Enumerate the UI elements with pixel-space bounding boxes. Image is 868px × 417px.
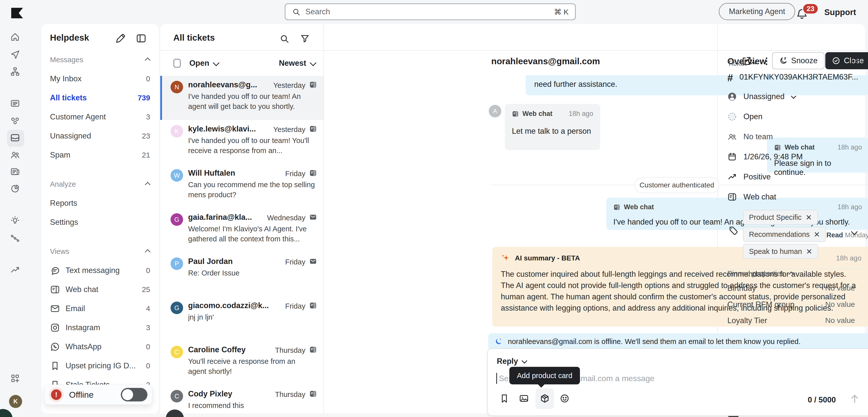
remove-tag-icon[interactable]: ✕ — [806, 247, 812, 256]
sidebar-item-settings[interactable]: Settings — [41, 213, 159, 232]
chat-bubble-inbound: Web chat 18h ago Let me talk to a person — [505, 104, 600, 150]
pinned-property-row: Current RFM group No value — [727, 300, 855, 309]
remove-tag-icon[interactable]: ✕ — [806, 213, 812, 222]
saved-reply-icon[interactable] — [499, 393, 509, 404]
webchat-icon — [727, 192, 737, 202]
team-icon — [727, 132, 737, 141]
tooltip: Add product card — [509, 367, 580, 384]
email-icon — [309, 213, 317, 221]
online-status-toggle[interactable] — [121, 388, 148, 402]
ticket-row[interactable]: G gaia.farina@kla... Wednesday Welcome! … — [160, 208, 323, 252]
hash-icon: # — [727, 72, 733, 82]
sidebar-section-header[interactable]: Views — [41, 242, 159, 261]
image-icon[interactable] — [519, 393, 529, 404]
edit-icon[interactable] — [115, 33, 126, 44]
pinned-properties-header[interactable]: Pinned properties — [727, 270, 794, 278]
rail-bulb-icon[interactable] — [10, 216, 21, 227]
klaviyo-logo-icon[interactable] — [10, 6, 24, 20]
close-ticket-button[interactable]: Close — [825, 52, 868, 69]
account-avatar[interactable]: K — [9, 395, 22, 408]
bookmark-icon — [50, 361, 60, 371]
tag-chip[interactable]: Speak to human✕ — [743, 244, 818, 259]
offline-notice-banner: z norahleevans@gmail.com is offline. We'… — [488, 333, 868, 350]
remove-tag-icon[interactable]: ✕ — [814, 230, 820, 239]
sidebar-item-whatsapp[interactable]: WhatsApp0 — [41, 337, 159, 356]
ticket-row[interactable]: K kyle.lewis@klavi... Yesterday I've han… — [160, 120, 323, 164]
offline-alert-icon: ! — [49, 387, 64, 402]
send-icon[interactable] — [849, 393, 861, 405]
ticket-search-icon[interactable] — [279, 34, 289, 44]
ticket-row[interactable]: P Paul Jordan Friday Re: Order Issue — [160, 252, 323, 297]
search-icon — [292, 7, 300, 16]
ticket-row[interactable]: G giacomo.codazzi@k... Friday jnj jn ljn… — [160, 297, 323, 341]
rail-sitemap-icon[interactable] — [10, 67, 21, 77]
sidebar-item-my-inbox[interactable]: My Inbox0 — [41, 69, 159, 88]
snooze-button[interactable]: Snooze — [772, 52, 825, 69]
sidebar-section-header[interactable]: Messages — [41, 50, 159, 69]
sort-dropdown[interactable]: Newest — [279, 59, 315, 68]
emoji-icon[interactable] — [560, 393, 569, 404]
rail-gridplus-icon[interactable] — [10, 373, 21, 384]
rail-dots-icon[interactable] — [10, 233, 21, 244]
chevron-down-icon[interactable] — [851, 230, 856, 236]
support-link[interactable]: Support — [824, 7, 856, 17]
rail-people-icon[interactable] — [10, 150, 21, 161]
pinned-property-row: Birthday No value — [727, 284, 855, 293]
reply-mode-dropdown[interactable]: Reply — [497, 357, 526, 366]
select-all-checkbox[interactable] — [173, 59, 181, 68]
ticket-row[interactable]: N norahleevans@g... Yesterday I've hande… — [160, 76, 323, 120]
ticket-filter-icon[interactable] — [300, 34, 310, 44]
sidebar-item-text-messaging[interactable]: Text messaging0 — [41, 261, 159, 280]
rail-form-icon[interactable] — [10, 98, 21, 109]
tooltip-arrow — [537, 384, 545, 391]
corner-avatar-partial — [0, 409, 12, 417]
assignee-row[interactable]: Unassigned — [727, 92, 795, 101]
moon-icon: z — [494, 337, 503, 346]
avatar: N — [170, 81, 183, 93]
rail-pie-icon[interactable] — [10, 184, 21, 195]
avatar: C — [170, 346, 183, 358]
sidebar-item-instagram[interactable]: Instagram3 — [41, 318, 159, 337]
webchat-icon — [309, 81, 317, 89]
offline-label: Offline — [69, 390, 94, 400]
text-cursor — [496, 373, 497, 384]
sidebar-item-all-tickets[interactable]: All tickets739 — [41, 88, 159, 107]
sidebar-item-email[interactable]: Email4 — [41, 299, 159, 318]
rail-shapes-icon[interactable] — [10, 116, 21, 127]
webchat-icon — [774, 144, 781, 151]
sidebar-section-header[interactable]: Analyze — [41, 175, 159, 194]
add-product-card-icon[interactable] — [540, 393, 550, 404]
avatar: A — [489, 105, 501, 117]
ticket-list: N norahleevans@g... Yesterday I've hande… — [160, 76, 323, 417]
rail-inbox-icon[interactable] — [10, 133, 21, 144]
sidebar-item-unassigned[interactable]: Unassigned23 — [41, 127, 159, 145]
rail-trend-icon[interactable] — [10, 265, 21, 276]
sidebar-item-reports[interactable]: Reports — [41, 194, 159, 213]
webchat-icon — [309, 125, 317, 133]
sidebar-item-spam[interactable]: Spam21 — [41, 145, 159, 165]
sidebar-item-customer-agent[interactable]: Customer Agent3 — [41, 107, 159, 127]
ticket-section-header[interactable]: Ticket — [727, 59, 756, 68]
search-input[interactable]: Search ⌘ K — [285, 3, 576, 20]
datetime-row: 1/26/26, 9:48 PM — [727, 152, 803, 162]
calendar-icon — [727, 152, 737, 162]
status-row: Open — [727, 112, 763, 121]
ticket-row[interactable]: W Will Huftalen Friday Can you recommend… — [160, 164, 323, 208]
rail-send-icon[interactable] — [10, 50, 21, 61]
sentiment-row: Positive — [727, 172, 771, 182]
marketing-agent-button[interactable]: Marketing Agent — [719, 3, 795, 20]
collapse-sidebar-icon[interactable] — [136, 33, 147, 44]
rail-news-icon[interactable] — [10, 167, 21, 178]
avatar: G — [170, 302, 183, 314]
sidebar-item-upset-pricing-ig-d-[interactable]: Upset pricing IG D...0 — [41, 356, 159, 375]
rail-home-icon[interactable] — [10, 32, 21, 43]
tag-chip[interactable]: Recommendations✕ — [743, 227, 826, 242]
whatsapp-icon — [50, 342, 60, 352]
status-filter-dropdown[interactable]: Open — [189, 59, 218, 68]
email-icon — [309, 257, 317, 265]
sidebar-item-web-chat[interactable]: Web chat25 — [41, 280, 159, 299]
ticket-row[interactable]: C Caroline Coffey Thursday You'll receiv… — [160, 341, 323, 385]
tag-chip[interactable]: Product Specific✕ — [743, 210, 818, 225]
ticket-row[interactable]: C Cody Pixley Thursday I recommend this — [160, 385, 323, 417]
collapse-panel-icon[interactable] — [850, 56, 861, 66]
